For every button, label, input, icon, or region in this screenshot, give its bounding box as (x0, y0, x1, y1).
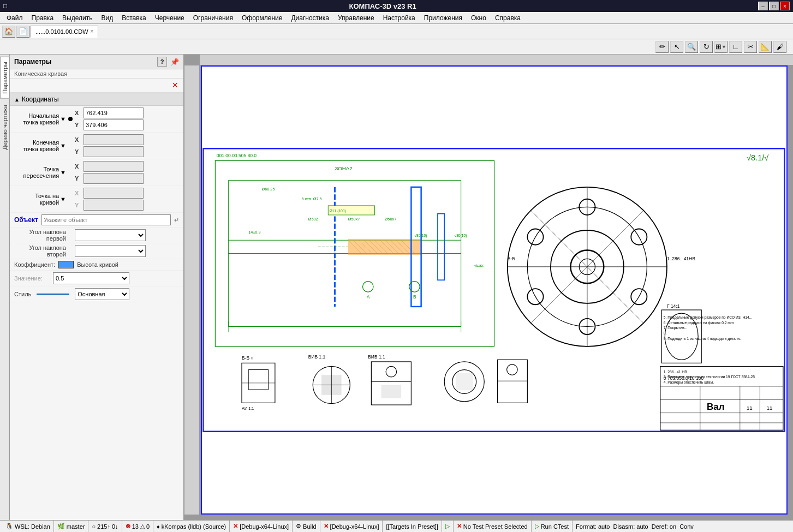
on-curve-arrow[interactable]: ▼ (60, 196, 66, 202)
file-tab[interactable]: ......0.0101.00.CDW × (31, 26, 98, 38)
menu-draft[interactable]: Черчение (151, 13, 189, 23)
svg-text:АИ 1:1: АИ 1:1 (242, 406, 254, 411)
app-icon: □ (3, 2, 7, 10)
file-tab-close[interactable]: × (91, 28, 94, 34)
section-label: Координаты (22, 95, 59, 103)
svg-text:9. Подходить 1 из нашла 4 подх: 9. Подходить 1 из нашла 4 подходя в дета… (664, 337, 743, 341)
side-tab-tree[interactable]: Дерево чертежа (0, 100, 10, 155)
run-icon: ▷ (445, 523, 450, 530)
svg-text:8.: 8. (664, 331, 667, 335)
y-label-intersect: Y (75, 175, 81, 182)
angle1-label: Угол наклонапервой (14, 229, 66, 242)
status-run-btn[interactable]: ▷ (442, 521, 454, 532)
status-run-ctest[interactable]: ▷ Run CTest (532, 521, 573, 532)
start-point-label: Начальнаяточка кривой (23, 112, 59, 125)
end-y-input[interactable] (84, 146, 144, 157)
menu-settings[interactable]: Настройка (379, 13, 420, 23)
drawing-svg: Вал 0 785.050.0 10 100 11 11 1. 286...41… (202, 67, 786, 513)
svg-text:11: 11 (766, 405, 772, 411)
scissors-icon[interactable]: ✂ (744, 41, 757, 53)
start-point-row: Начальнаяточка кривой ▼ X Y (10, 106, 183, 133)
end-x-input[interactable] (84, 134, 144, 145)
run-ctest-icon: ▷ (535, 523, 539, 530)
svg-rect-89 (456, 373, 473, 391)
grid-icon[interactable]: ⊞▼ (714, 41, 728, 53)
svg-text:Вал: Вал (707, 402, 725, 412)
maximize-btn[interactable]: □ (769, 2, 779, 10)
svg-text:√80(10): √80(10) (414, 234, 427, 238)
rotate-icon[interactable]: ↻ (700, 41, 713, 53)
minimize-btn[interactable]: – (758, 2, 768, 10)
zoom-icon[interactable]: 🔍 (685, 41, 698, 53)
value-select[interactable]: 0.5 (53, 272, 129, 284)
value-row: Значение: 0.5 (10, 271, 183, 286)
coeff-row: Коэффициент: Высота кривой (10, 259, 183, 271)
object-return-arrow[interactable]: ↵ (174, 217, 179, 224)
side-tab-params[interactable]: Параметры (0, 57, 10, 99)
status-sync: ○ 215↑ 0↓ (88, 521, 122, 532)
intersect-point-row: Точкапересечения ▼ X Y (10, 159, 183, 186)
select-icon[interactable]: ↖ (670, 41, 683, 53)
coords-section[interactable]: ▲ Координаты (10, 93, 183, 106)
h-ruler (200, 55, 793, 65)
sync-icon: ○ (92, 523, 96, 530)
end-point-coords: X Y (75, 134, 144, 157)
svg-text:Ø502: Ø502 (308, 217, 318, 222)
home-btn[interactable]: 🏠 (2, 26, 15, 38)
intersect-point-arrow[interactable]: ▼ (60, 169, 66, 176)
v-ruler (184, 65, 200, 515)
curve-x-input[interactable] (84, 188, 144, 199)
status-format: Format: auto Disasm: auto Deref: on Conv (573, 521, 697, 532)
svg-text:1..286...41НВ: 1..286...41НВ (667, 256, 695, 261)
menu-control[interactable]: Управление (333, 13, 379, 23)
drawing-frame: Вал 0 785.050.0 10 100 11 11 1. 286...41… (201, 65, 788, 515)
side-tabs: Параметры Дерево чертежа (0, 55, 10, 520)
curve-y-input[interactable] (84, 200, 144, 211)
menu-select[interactable]: Выделить (58, 13, 97, 23)
start-x-input[interactable] (84, 107, 144, 118)
svg-text:Г 14:1: Г 14:1 (667, 303, 680, 309)
canvas-area[interactable]: Вал 0 785.050.0 10 100 11 11 1. 286...41… (184, 55, 793, 520)
svg-text:Ø60.25: Ø60.25 (262, 187, 275, 192)
params-close-btn[interactable]: × (169, 80, 181, 91)
start-y-input[interactable] (84, 119, 144, 130)
menu-help[interactable]: Справка (491, 13, 525, 23)
menu-window[interactable]: Окно (467, 13, 491, 23)
build-icon: ⚙ (296, 523, 301, 530)
branch-icon: 🌿 (57, 523, 65, 530)
svg-rect-34 (348, 239, 421, 255)
angle1-select[interactable] (75, 229, 146, 241)
menu-constraints[interactable]: Ограничения (189, 13, 237, 23)
params-subtitle: Коническая кривая (10, 69, 183, 79)
intersect-x-input[interactable] (84, 161, 144, 172)
svg-text:Ø50x7: Ø50x7 (348, 217, 360, 222)
start-point-arrow[interactable]: ▼ (60, 116, 66, 122)
pin-btn[interactable]: 📌 (170, 58, 179, 66)
format-text: Format: auto Disasm: auto Deref: on Conv (576, 523, 694, 530)
measure-icon[interactable]: 📐 (759, 41, 772, 53)
paint-icon[interactable]: 🖌 (773, 41, 786, 53)
intersect-y-input[interactable] (84, 173, 144, 184)
pencil-icon[interactable]: ✏ (655, 41, 669, 53)
style-select[interactable]: Основная (75, 288, 129, 300)
on-curve-label: Точка накривой (35, 193, 59, 206)
end-point-arrow[interactable]: ▼ (60, 142, 66, 149)
help-btn[interactable]: ? (157, 57, 167, 67)
angle1-row: Угол наклонапервой (10, 228, 183, 243)
status-debug2: ✕ [Debug-x64-Linux] (320, 521, 383, 532)
end-point-row: Конечнаяточка кривой ▼ X Y (10, 133, 183, 159)
object-input[interactable] (41, 214, 171, 225)
close-btn[interactable]: × (780, 2, 790, 10)
menu-diagnostics[interactable]: Диагностика (287, 13, 333, 23)
style-line-preview (37, 294, 69, 295)
menu-apps[interactable]: Приложения (420, 13, 467, 23)
menu-edit[interactable]: Правка (27, 13, 58, 23)
menu-file[interactable]: Файл (2, 13, 27, 23)
menu-insert[interactable]: Вставка (117, 13, 151, 23)
angle2-select[interactable] (75, 245, 146, 257)
menu-view[interactable]: Вид (97, 13, 117, 23)
new-btn[interactable]: 📄 (16, 26, 29, 38)
menu-formatting[interactable]: Оформление (237, 13, 287, 23)
params-title: Параметры (14, 58, 51, 65)
angle-icon[interactable]: ∟ (729, 41, 742, 53)
